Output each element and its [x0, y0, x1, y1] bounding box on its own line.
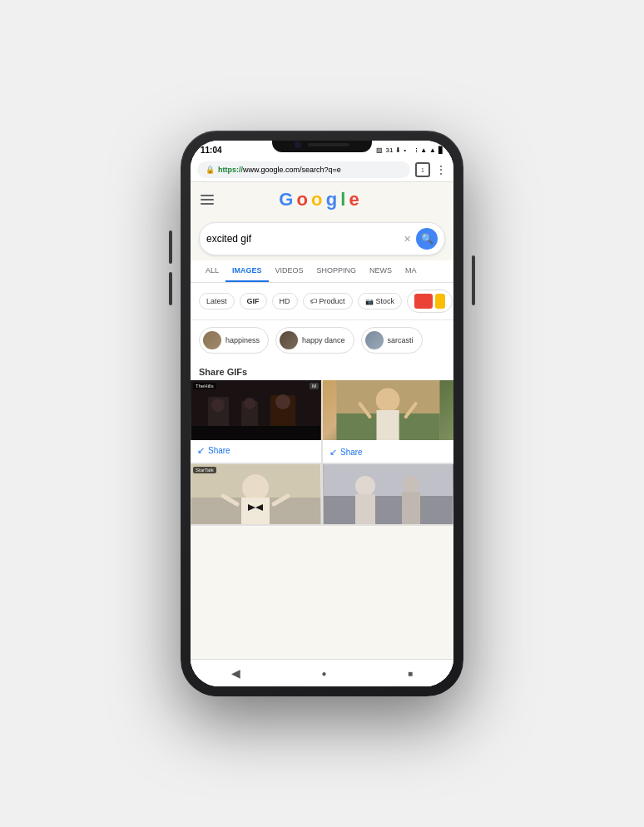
gif-card-1[interactable]: TheHills M ↙ Share — [191, 380, 321, 463]
status-time: 11:04 — [201, 146, 222, 155]
svg-rect-23 — [324, 496, 453, 524]
chip-happiness[interactable]: happiness — [199, 327, 269, 354]
dot-icon: • — [404, 146, 406, 154]
chip-happiness-img — [203, 331, 221, 349]
hamburger-line — [201, 199, 214, 201]
svg-rect-27 — [402, 492, 420, 524]
svg-rect-25 — [355, 494, 375, 524]
share-icon-2: ↙ — [329, 447, 337, 458]
stock-icon: 📷 — [365, 298, 374, 305]
gif-thumb-4 — [323, 464, 453, 524]
chip-happiness-label: happiness — [225, 336, 260, 344]
gif-label-3: StarTalk — [193, 467, 216, 473]
filter-latest[interactable]: Latest — [199, 293, 235, 310]
share-label-1: Share — [208, 446, 230, 455]
tab-images[interactable]: IMAGES — [225, 260, 269, 282]
filter-hd[interactable]: HD — [272, 293, 298, 310]
back-button[interactable]: ◀ — [231, 666, 240, 680]
search-box[interactable]: excited gif ✕ 🔍 — [199, 222, 445, 255]
google-logo: G o o g l e — [279, 189, 358, 210]
browser-menu[interactable]: ⋮ — [435, 164, 447, 176]
power-button[interactable] — [472, 255, 475, 305]
battery-icon: ▊ — [438, 146, 443, 154]
download-icon: ⬇ — [395, 146, 401, 154]
chip-sarcastic-label: sarcasti — [388, 336, 414, 344]
filter-stock-label: Stock — [376, 297, 395, 305]
hamburger-menu[interactable] — [201, 195, 214, 205]
tab-news[interactable]: NEWS — [363, 260, 399, 282]
filter-latest-label: Latest — [206, 297, 227, 305]
svg-point-6 — [244, 398, 255, 409]
signal-icon: ▲ — [429, 146, 436, 154]
gif-grid: TheHills M ↙ Share — [191, 380, 453, 526]
filter-product[interactable]: 🏷 Product — [303, 293, 353, 310]
gif-thumb-2 — [323, 380, 453, 440]
gif-label-1: TheHills — [193, 383, 216, 389]
phone-device: 11:04 ▨ 31 ⬇ • ⫶ ▲ ▲ ▊ 🔒 h — [181, 131, 463, 696]
screen-content: 11:04 ▨ 31 ⬇ • ⫶ ▲ ▲ ▊ 🔒 h — [191, 141, 453, 686]
color-swatch-yellow — [435, 294, 445, 309]
tab-more[interactable]: MA — [399, 260, 424, 282]
share-row-1[interactable]: ↙ Share — [191, 440, 321, 461]
share-row-2[interactable]: ↙ Share — [323, 440, 453, 463]
phone-screen: 11:04 ▨ 31 ⬇ • ⫶ ▲ ▲ ▊ 🔒 h — [191, 141, 453, 686]
svg-rect-17 — [241, 498, 270, 524]
share-icon-1: ↙ — [197, 445, 205, 456]
filter-product-label: Product — [320, 297, 345, 305]
svg-rect-4 — [191, 426, 320, 440]
logo-o2: o — [311, 189, 321, 210]
clear-search-button[interactable]: ✕ — [404, 234, 411, 245]
page-content[interactable]: G o o g l e excited gif ✕ 🔍 — [191, 182, 453, 659]
home-button[interactable]: ● — [321, 669, 326, 678]
chip-sarcastic[interactable]: sarcasti — [361, 327, 423, 354]
volume-up-button[interactable] — [169, 230, 172, 264]
svg-rect-11 — [377, 410, 399, 440]
url-bar-container: 🔒 https://www.google.com/search?q=e 1 ⋮ — [191, 158, 453, 182]
filter-gif[interactable]: GIF — [240, 293, 267, 310]
search-icon: 🔍 — [421, 233, 433, 245]
tab-switcher[interactable]: 1 — [415, 162, 430, 177]
svg-point-16 — [242, 474, 269, 501]
status-icons: ▨ 31 ⬇ • ⫶ ▲ ▲ ▊ — [376, 146, 443, 154]
chip-happy-dance-avatar — [280, 331, 298, 349]
search-submit-button[interactable]: 🔍 — [416, 228, 438, 250]
tab-all[interactable]: ALL — [199, 260, 225, 282]
hamburger-line — [201, 203, 214, 205]
logo-g2: g — [326, 189, 336, 210]
tab-shopping[interactable]: SHOPPING — [310, 260, 364, 282]
chip-happy-dance-label: happy dance — [302, 336, 345, 344]
gif-card-4[interactable] — [323, 464, 453, 524]
svg-point-24 — [355, 476, 375, 496]
filter-stock[interactable]: 📷 Stock — [358, 293, 403, 310]
hamburger-line — [201, 195, 214, 196]
wifi-icon: ▲ — [420, 146, 427, 154]
google-header: G o o g l e — [191, 182, 453, 217]
chip-sarcastic-img — [365, 331, 384, 349]
gif-card-2[interactable]: ↙ Share — [323, 380, 453, 463]
search-query-text: excited gif — [206, 233, 404, 245]
filter-color[interactable] — [407, 290, 453, 313]
volume-down-button[interactable] — [169, 272, 172, 305]
svg-point-7 — [275, 394, 290, 409]
filter-gif-label: GIF — [247, 297, 260, 305]
chip-happy-dance-img — [280, 331, 298, 349]
url-bar[interactable]: 🔒 https://www.google.com/search?q=e — [197, 161, 410, 178]
calendar-icon: 31 — [385, 146, 393, 154]
tab-videos[interactable]: VIDEOS — [269, 260, 310, 282]
sim-icon: ▨ — [376, 146, 383, 154]
front-camera — [295, 141, 301, 148]
filter-pills-row: Latest GIF HD 🏷 Product 📷 Stock — [191, 283, 453, 320]
lock-icon: 🔒 — [206, 166, 215, 174]
color-swatch-red — [414, 294, 433, 309]
logo-l: l — [340, 189, 344, 210]
url-text: https://www.google.com/search?q=e — [218, 166, 341, 174]
chip-happy-dance[interactable]: happy dance — [275, 327, 354, 354]
gif-card-3[interactable]: StarTalk — [191, 464, 321, 524]
svg-point-10 — [376, 389, 400, 413]
tab-count: 1 — [421, 167, 424, 173]
chip-sarcastic-avatar — [365, 331, 384, 349]
url-https: https:// — [218, 166, 243, 174]
category-chips-row: happiness happy dance sarcasti — [191, 320, 453, 360]
logo-o1: o — [297, 189, 307, 210]
recents-button[interactable]: ■ — [408, 669, 413, 678]
